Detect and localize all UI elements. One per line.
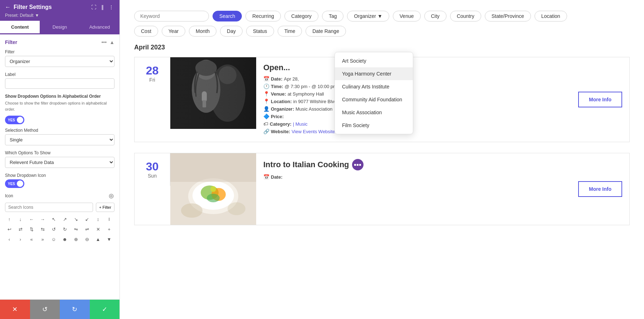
- year-filter[interactable]: Year: [162, 26, 185, 37]
- sidebar-footer: ✕ ↺ ↻ ✓: [0, 299, 119, 319]
- event-venue-meta: 📍 Venue: at Symphony Hall: [263, 91, 571, 97]
- recurring-filter[interactable]: Recurring: [245, 11, 281, 21]
- icon-cell[interactable]: ↩: [5, 225, 14, 233]
- tag-filter[interactable]: Tag: [322, 11, 344, 21]
- category-filter[interactable]: Category: [284, 11, 318, 21]
- icon-cell[interactable]: ‹: [5, 235, 14, 243]
- event-day-number: 28: [146, 64, 159, 77]
- month-filter[interactable]: Month: [189, 26, 216, 37]
- icon-cell[interactable]: ⇌: [83, 225, 91, 233]
- icon-cell[interactable]: +: [105, 225, 113, 233]
- more-info-button-2[interactable]: More Info: [578, 181, 622, 197]
- more-options-icon[interactable]: ⋮: [108, 4, 114, 11]
- section-actions: ••• ▲: [101, 39, 114, 45]
- dropdown-item-art-society[interactable]: Art Society: [335, 54, 413, 67]
- icon-cell[interactable]: I: [105, 215, 113, 223]
- dropdown-item-music-assoc[interactable]: Music Association: [335, 106, 413, 119]
- icon-cell[interactable]: ↓: [16, 215, 25, 223]
- organizer-filter[interactable]: Organizer ▼: [347, 11, 389, 21]
- organizer-dropdown: Art Society Yoga Harmony Center Culinary…: [335, 52, 413, 134]
- time-filter[interactable]: Time: [278, 26, 302, 37]
- country-filter[interactable]: Country: [450, 11, 481, 21]
- icon-filter-button[interactable]: + Filter: [96, 203, 114, 212]
- close-button[interactable]: ✕: [0, 300, 30, 319]
- icon-cell[interactable]: →: [38, 215, 47, 223]
- date-range-filter[interactable]: Date Range: [306, 26, 346, 37]
- label-field-label: Label: [5, 72, 114, 77]
- event-category-meta: 🏷 Category: | Music: [263, 121, 571, 127]
- icon-cell[interactable]: ›: [16, 235, 25, 243]
- tab-content[interactable]: Content: [0, 21, 40, 34]
- cost-filter[interactable]: Cost: [134, 26, 158, 37]
- icon-cell[interactable]: ▲: [94, 235, 102, 243]
- search-button[interactable]: Search: [213, 11, 242, 21]
- icon-cell[interactable]: ↗: [60, 215, 69, 223]
- more-info-button-1[interactable]: More Info: [578, 92, 622, 107]
- main-content: Search Recurring Category Tag Organizer …: [120, 0, 644, 319]
- sidebar-body: Filter ••• ▲ Filter Organizer Label Show…: [0, 34, 119, 299]
- dropdown-item-culinary-arts[interactable]: Culinary Arts Institute: [335, 80, 413, 93]
- event-date-box: 28 Fri: [135, 57, 170, 90]
- icon-target-icon[interactable]: ◎: [108, 192, 114, 200]
- icon-cell[interactable]: ⇄: [16, 225, 25, 233]
- icon-cell[interactable]: ▼: [105, 235, 113, 243]
- icon-cell[interactable]: ↕: [94, 215, 102, 223]
- icon-cell[interactable]: ⇋: [72, 225, 80, 233]
- icon-cell[interactable]: ☻: [60, 235, 69, 243]
- fullscreen-icon[interactable]: ⛶: [91, 4, 97, 11]
- event-website-link[interactable]: View Events Website: [292, 129, 335, 134]
- icon-cell[interactable]: ←: [27, 215, 36, 223]
- dropdown-item-yoga-harmony[interactable]: Yoga Harmony Center: [335, 67, 413, 80]
- which-options-label: Which Options To Show: [5, 150, 114, 155]
- which-options-select[interactable]: Relevent Future Data: [5, 157, 114, 168]
- sidebar-header: ← Filter Settings ⛶ ‖ ⋮ Preset: Default …: [0, 0, 119, 21]
- icon-cell[interactable]: ↖: [49, 215, 58, 223]
- redo-button[interactable]: ↻: [60, 300, 90, 319]
- undo-button[interactable]: ↺: [30, 300, 60, 319]
- section-more-icon[interactable]: •••: [101, 39, 107, 45]
- dropdown-item-film-society[interactable]: Film Society: [335, 119, 413, 132]
- icon-cell[interactable]: ⊕: [72, 235, 80, 243]
- location-filter[interactable]: Location: [535, 11, 567, 21]
- venue-filter[interactable]: Venue: [393, 11, 421, 21]
- columns-icon[interactable]: ‖: [101, 4, 104, 11]
- label-input[interactable]: [5, 78, 114, 89]
- icon-cell[interactable]: ✕: [94, 225, 102, 233]
- event-title: Open...: [263, 63, 571, 72]
- selection-method-select[interactable]: Single: [5, 134, 114, 145]
- show-dropdown-icon-toggle[interactable]: YES: [5, 179, 24, 188]
- icon-cell[interactable]: ↺: [49, 225, 58, 233]
- category-icon: 🏷: [263, 121, 268, 127]
- toggle-icon-knob: [17, 180, 23, 187]
- tab-design[interactable]: Design: [40, 21, 79, 34]
- status-filter[interactable]: Status: [246, 26, 274, 37]
- icon-cell[interactable]: «: [27, 235, 36, 243]
- icon-cell[interactable]: ↘: [72, 215, 80, 223]
- icon-cell[interactable]: ↻: [60, 225, 69, 233]
- keyword-input[interactable]: [134, 11, 209, 21]
- filter-select[interactable]: Organizer: [5, 56, 114, 67]
- icon-cell[interactable]: ⇅: [27, 225, 36, 233]
- dropdown-item-community-aid[interactable]: Community Aid Foundation: [335, 93, 413, 106]
- section-collapse-icon[interactable]: ▲: [109, 39, 114, 45]
- icon-cell[interactable]: ⊖: [83, 235, 91, 243]
- event-title-2: Intro to Italian Cooking: [263, 159, 571, 170]
- icon-cell[interactable]: ⇆: [38, 225, 47, 233]
- event-date-box-2: 30 Sun: [135, 153, 170, 186]
- state-province-filter[interactable]: State/Province: [485, 11, 531, 21]
- show-dropdown-toggle[interactable]: YES: [5, 116, 24, 124]
- tab-advanced[interactable]: Advanced: [80, 21, 119, 34]
- icon-cell[interactable]: ↑: [5, 215, 14, 223]
- event-details-2: Intro to Italian Cooking 📅 Date:: [256, 153, 578, 225]
- icon-cell[interactable]: ↙: [83, 215, 91, 223]
- icon-search-row: + Filter: [5, 203, 114, 212]
- confirm-button[interactable]: ✓: [90, 300, 120, 319]
- icon-search-input[interactable]: [5, 203, 93, 212]
- day-filter[interactable]: Day: [220, 26, 243, 37]
- preset-selector[interactable]: Preset: Default ▼: [5, 13, 114, 21]
- sidebar-tabs: Content Design Advanced: [0, 21, 119, 34]
- icon-cell[interactable]: ☺: [49, 235, 58, 243]
- city-filter[interactable]: City: [424, 11, 447, 21]
- back-icon[interactable]: ←: [5, 4, 11, 10]
- icon-cell[interactable]: »: [38, 235, 47, 243]
